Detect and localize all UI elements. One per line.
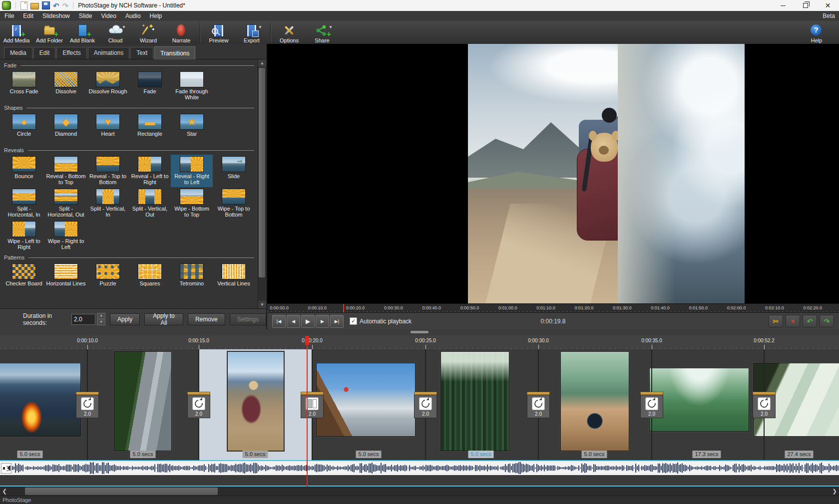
menu-slideshow[interactable]: Slideshow bbox=[38, 12, 74, 19]
timeline-transition-button[interactable]: 2.0 bbox=[187, 392, 210, 418]
dropdown-caret-icon[interactable]: ▼ bbox=[122, 25, 126, 29]
clip-thumbnail-campfire[interactable] bbox=[0, 363, 81, 437]
export-button[interactable]: ▼Export bbox=[235, 21, 268, 44]
transition-item[interactable]: ◆Diamond bbox=[45, 112, 87, 145]
timeline-scrollbar[interactable]: ❮ ❯ bbox=[0, 487, 839, 496]
open-project-icon[interactable] bbox=[30, 3, 39, 9]
scrollbar-thumb[interactable] bbox=[259, 68, 265, 277]
clip-thumbnail-aerial-forest[interactable] bbox=[649, 368, 749, 432]
duration-input[interactable] bbox=[71, 314, 95, 325]
transition-item[interactable]: Vertical Lines bbox=[213, 262, 255, 294]
restore-button[interactable] bbox=[794, 0, 817, 11]
timeline-transition-button[interactable]: 2.0 bbox=[301, 392, 324, 418]
transition-item[interactable]: Wipe - Right to Left bbox=[45, 220, 87, 252]
transition-item[interactable]: Squares bbox=[129, 262, 171, 294]
transition-item[interactable]: Reveal - Right to Left bbox=[171, 155, 213, 187]
transition-item[interactable]: →Slide bbox=[213, 155, 255, 187]
add-media-button[interactable]: ♪+Add Media bbox=[0, 21, 33, 44]
panel-scrollbar[interactable]: ▲ ▼ bbox=[258, 59, 266, 308]
transition-item[interactable]: Split - Vertical, Out bbox=[129, 187, 171, 220]
apply-to-all-button[interactable]: Apply to All bbox=[144, 313, 183, 325]
transition-item[interactable]: Wipe - Bottom to Top bbox=[171, 187, 213, 220]
close-button[interactable]: ✕ bbox=[817, 0, 839, 11]
automatic-playback-toggle[interactable]: ✓ Automatic playback bbox=[350, 317, 412, 325]
transition-item[interactable]: Reveal - Left to Right bbox=[129, 155, 171, 187]
scroll-down-icon[interactable]: ▼ bbox=[258, 301, 266, 308]
undo-button[interactable]: ↶ bbox=[803, 315, 817, 327]
skip-to-end-button[interactable]: ▶| bbox=[330, 315, 344, 328]
transition-item[interactable]: ★Star bbox=[171, 112, 213, 145]
clip-thumbnail-forest-trail[interactable] bbox=[440, 351, 509, 451]
transition-item[interactable]: Checker Board bbox=[3, 262, 45, 294]
undo-icon[interactable]: ↶ bbox=[53, 1, 59, 9]
menu-slide[interactable]: Slide bbox=[74, 12, 97, 19]
scroll-right-icon[interactable]: ❯ bbox=[830, 487, 839, 496]
transition-item[interactable]: Fade bbox=[129, 70, 171, 102]
stepper-up-icon[interactable]: ▲ bbox=[97, 313, 105, 319]
timeline-transition-button[interactable]: 2.0 bbox=[640, 392, 663, 418]
transition-item[interactable]: Reveal - Bottom to Top bbox=[45, 155, 87, 187]
transition-item[interactable]: Horizontal Lines bbox=[45, 262, 87, 294]
help-button[interactable]: ?Help bbox=[800, 21, 833, 44]
speaker-icon[interactable] bbox=[1, 463, 11, 474]
add-folder-button[interactable]: +Add Folder bbox=[33, 21, 66, 44]
preview-playhead[interactable] bbox=[343, 304, 344, 313]
timeline-transition-button[interactable]: 2.0 bbox=[753, 392, 776, 418]
menu-file[interactable]: File bbox=[0, 12, 18, 19]
minimize-button[interactable] bbox=[772, 0, 794, 11]
menu-audio[interactable]: Audio bbox=[121, 12, 145, 19]
tab-edit[interactable]: Edit bbox=[33, 47, 56, 59]
checkbox-checked-icon[interactable]: ✓ bbox=[350, 317, 357, 325]
scroll-left-icon[interactable]: ❮ bbox=[0, 487, 9, 496]
menu-video[interactable]: Video bbox=[96, 12, 120, 19]
tab-transitions[interactable]: Transitions bbox=[154, 46, 195, 59]
menu-edit[interactable]: Edit bbox=[18, 12, 38, 19]
transition-item[interactable]: Cross Fade bbox=[3, 70, 45, 102]
tab-effects[interactable]: Effects bbox=[56, 47, 86, 59]
save-project-icon[interactable] bbox=[42, 1, 50, 9]
transition-item[interactable]: Wipe - Left to Right bbox=[3, 220, 45, 252]
transition-item[interactable]: Wipe - Top to Bottom bbox=[213, 187, 255, 220]
options-button[interactable]: Options bbox=[273, 21, 306, 44]
stepper-down-icon[interactable]: ▼ bbox=[97, 319, 105, 325]
clip-thumbnail-compass[interactable] bbox=[560, 351, 629, 451]
tab-media[interactable]: Media bbox=[4, 47, 32, 59]
clip-thumbnail-summit[interactable] bbox=[316, 363, 416, 437]
transition-item[interactable]: Reveal - Top to Bottom bbox=[87, 155, 129, 187]
timeline-playhead-line[interactable] bbox=[307, 336, 308, 487]
next-frame-button[interactable]: ▶ bbox=[316, 315, 329, 328]
split-clip-button[interactable]: ✂ bbox=[769, 315, 783, 327]
play-button[interactable]: ▶ bbox=[301, 315, 315, 328]
timeline-transition-button[interactable]: 2.0 bbox=[76, 392, 99, 418]
transition-item[interactable]: ♥Heart bbox=[87, 112, 129, 145]
transition-item[interactable]: Dissolve bbox=[45, 70, 87, 102]
menu-help[interactable]: Help bbox=[145, 12, 167, 19]
timeline-scrollbar-thumb[interactable] bbox=[25, 488, 218, 495]
remove-button[interactable]: Remove bbox=[188, 313, 225, 325]
narrate-button[interactable]: Narrate bbox=[165, 21, 198, 44]
preview-button[interactable]: Preview bbox=[202, 21, 235, 44]
transition-item[interactable]: Split - Horizontal, In bbox=[3, 187, 45, 220]
transition-item[interactable]: Fade through White bbox=[171, 70, 213, 102]
transition-item[interactable]: ▬Rectangle bbox=[129, 112, 171, 145]
tab-text[interactable]: Text bbox=[130, 47, 153, 59]
clip-thumbnail-climber[interactable] bbox=[114, 351, 172, 451]
transition-item[interactable]: Puzzle bbox=[87, 262, 129, 294]
scroll-up-icon[interactable]: ▲ bbox=[258, 59, 266, 67]
transition-item[interactable]: Bounce bbox=[3, 155, 45, 187]
redo-icon[interactable]: ↷ bbox=[62, 1, 69, 9]
timeline-transition-button[interactable]: 2.0 bbox=[414, 392, 437, 418]
previous-frame-button[interactable]: ◀ bbox=[287, 315, 300, 328]
transition-item[interactable]: Dissolve Rough bbox=[87, 70, 129, 102]
preview-ruler[interactable]: 0:00:00.00:00:10.00:00:20.00:00:30.00:00… bbox=[267, 303, 839, 313]
redo-button[interactable]: ↷ bbox=[820, 315, 834, 327]
skip-to-start-button[interactable]: |◀ bbox=[272, 315, 286, 328]
dropdown-caret-icon[interactable]: ▼ bbox=[329, 25, 333, 29]
splitter-handle-icon[interactable] bbox=[411, 331, 428, 333]
transition-item[interactable]: Tetromino bbox=[171, 262, 213, 294]
transition-item[interactable]: Split - Vertical, In bbox=[87, 187, 129, 220]
new-project-icon[interactable] bbox=[20, 1, 27, 10]
dropdown-caret-icon[interactable]: ▼ bbox=[258, 25, 262, 29]
delete-clip-button[interactable]: × bbox=[786, 315, 800, 327]
audio-track[interactable] bbox=[0, 461, 839, 475]
